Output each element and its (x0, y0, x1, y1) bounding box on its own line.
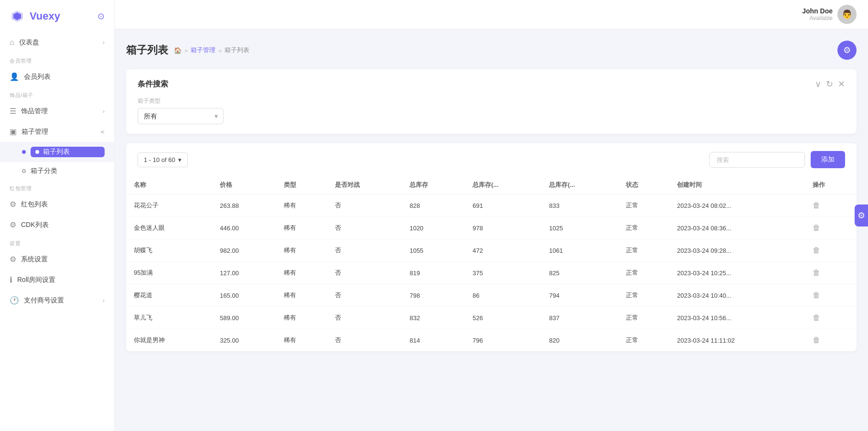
table-cell: 1061 (541, 239, 618, 262)
table-cell: 472 (465, 239, 541, 262)
section-items: 饰品/箱子 (0, 87, 114, 101)
payment-settings-label: 支付商号设置 (24, 296, 64, 305)
content-area: 箱子列表 🏠 » 箱子管理 » 箱子列表 ⚙ 条件搜索 ∨ ↻ ✕ (115, 29, 868, 431)
sidebar-item-member-list[interactable]: 👤 会员列表 (0, 66, 114, 87)
table-cell-action: 🗑 (805, 262, 857, 284)
box-type-select-wrap: 所有稀有普通史诗 (138, 108, 224, 124)
table-cell: 稀有 (276, 284, 328, 307)
redpack-list-label: 红包列表 (21, 200, 48, 209)
table-header-row: 名称价格类型是否对战总库存总库存(...总库存(...状态创建时间操作 (126, 176, 857, 194)
breadcrumb-sep1: » (184, 47, 188, 54)
add-button[interactable]: 添加 (811, 151, 845, 168)
table-toolbar-right: 添加 (709, 151, 845, 168)
sidebar-item-box-category[interactable]: 箱子分类 (0, 162, 114, 180)
sidebar-item-box-list[interactable]: 箱子列表 (0, 142, 114, 162)
section-settings: 设置 (0, 235, 114, 249)
table-cell: 否 (327, 307, 402, 329)
table-row: 胡蝶飞982.00稀有否10554721061正常2023-03-24 09:2… (126, 239, 857, 262)
sidebar-item-payment-settings[interactable]: 🕐 支付商号设置 › (0, 290, 114, 311)
table-cell: 正常 (618, 194, 670, 217)
sidebar-item-jewelry-mgmt[interactable]: ☰ 饰品管理 › (0, 101, 114, 121)
chevron-icon-pay: › (103, 297, 105, 304)
clock-icon: 🕐 (10, 296, 19, 305)
table-cell: 否 (327, 284, 402, 307)
close-icon[interactable]: ✕ (838, 79, 845, 89)
sidebar-item-redpack-list[interactable]: ⚙ 红包列表 (0, 194, 114, 215)
chevron-icon: › (103, 39, 105, 46)
pagination-select[interactable]: 1 - 10 of 60 ▾ (138, 152, 188, 167)
table-cell-action: 🗑 (805, 307, 857, 329)
table-cell-action: 🗑 (805, 217, 857, 239)
breadcrumb-box-mgmt[interactable]: 箱子管理 (191, 46, 215, 54)
table-row: 花花公子263.88稀有否828691833正常2023-03-24 08:02… (126, 194, 857, 217)
refresh-icon[interactable]: ↻ (826, 79, 833, 89)
table-cell: 2023-03-24 08:02... (669, 194, 805, 217)
sidebar-item-roll-settings[interactable]: ℹ Roll房间设置 (0, 269, 114, 290)
card-title: 条件搜索 (138, 79, 168, 89)
delete-icon[interactable]: 🗑 (813, 224, 820, 232)
delete-icon[interactable]: 🗑 (813, 291, 820, 299)
table-row: 樱花道165.00稀有否79886794正常2023-03-24 10:40..… (126, 284, 857, 307)
sidebar-item-cdk-list[interactable]: ⚙ CDK列表 (0, 215, 114, 235)
page-title: 箱子列表 (126, 43, 168, 57)
sidebar-item-box-mgmt[interactable]: ▣ 箱子管理 ∨ (0, 121, 114, 142)
table-cell: 798 (402, 284, 465, 307)
user-text: John Doe Available (802, 7, 833, 22)
table-row: 金色迷人眼446.00稀有否10209781025正常2023-03-24 08… (126, 217, 857, 239)
data-table: 名称价格类型是否对战总库存总库存(...总库存(...状态创建时间操作 花花公子… (126, 176, 857, 351)
delete-icon[interactable]: 🗑 (813, 313, 820, 322)
collapse-icon[interactable]: ∨ (815, 79, 821, 89)
table-header-cell: 状态 (618, 176, 670, 194)
chevron-down-icon: ∨ (99, 129, 106, 134)
table-row: 草儿飞589.00稀有否832526837正常2023-03-24 10:56.… (126, 307, 857, 329)
table-cell: 稀有 (276, 239, 328, 262)
table-header-cell: 类型 (276, 176, 328, 194)
table-cell: 否 (327, 239, 402, 262)
section-redpack: 红包管理 (0, 180, 114, 194)
table-header-cell: 总库存 (402, 176, 465, 194)
delete-icon[interactable]: 🗑 (813, 246, 820, 254)
chevron-icon: › (103, 108, 105, 115)
roll-settings-label: Roll房间设置 (17, 276, 55, 284)
page-settings-button[interactable]: ⚙ (837, 41, 857, 60)
sidebar: Vuexy ⊙ ⌂ 仪表盘 › 会员管理 👤 会员列表 饰品/箱子 ☰ 饰品管理… (0, 0, 115, 431)
table-cell: 2023-03-24 10:40... (669, 284, 805, 307)
table-header-cell: 操作 (805, 176, 857, 194)
table-cell: 2023-03-24 11:11:02 (669, 329, 805, 352)
table-cell: 否 (327, 329, 402, 352)
box-mgmt-label: 箱子管理 (21, 128, 48, 136)
table-cell: 金色迷人眼 (126, 217, 212, 239)
delete-icon[interactable]: 🗑 (813, 201, 820, 209)
table-cell: 263.88 (212, 194, 276, 217)
delete-icon[interactable]: 🗑 (813, 336, 820, 344)
user-name: John Doe (802, 7, 833, 15)
pagination-text: 1 - 10 of 60 (144, 156, 175, 163)
table-cell: 982.00 (212, 239, 276, 262)
box-type-select[interactable]: 所有稀有普通史诗 (138, 108, 224, 124)
search-input[interactable] (709, 152, 805, 168)
table-header-cell: 创建时间 (669, 176, 805, 194)
box-list-label: 箱子列表 (43, 148, 70, 156)
logo: Vuexy ⊙ (0, 0, 114, 32)
avatar: 👨 (837, 5, 857, 24)
table-header-cell: 总库存(... (541, 176, 618, 194)
table-cell: 95加满 (126, 262, 212, 284)
search-card: 条件搜索 ∨ ↻ ✕ 箱子类型 所有稀有普通史诗 (126, 69, 857, 134)
sub-dot-active-icon (35, 150, 39, 154)
sidebar-item-sys-settings[interactable]: ⚙ 系统设置 (0, 249, 114, 269)
sub-dot-icon (22, 150, 26, 154)
chevron-down-icon: ▾ (178, 156, 182, 163)
delete-icon[interactable]: 🗑 (813, 269, 820, 277)
cdk-list-label: CDK列表 (21, 221, 49, 229)
table-cell: 589.00 (212, 307, 276, 329)
table-cell: 165.00 (212, 284, 276, 307)
table-cell: 833 (541, 194, 618, 217)
table-cell: 691 (465, 194, 541, 217)
right-settings-tab[interactable]: ⚙ (855, 205, 868, 226)
table-cell: 837 (541, 307, 618, 329)
table-row: 你就是男神325.00稀有否814796820正常2023-03-24 11:1… (126, 329, 857, 352)
table-cell-action: 🗑 (805, 329, 857, 352)
sidebar-item-dashboard[interactable]: ⌂ 仪表盘 › (0, 32, 114, 53)
table-cell: 否 (327, 194, 402, 217)
home-breadcrumb-icon[interactable]: 🏠 (174, 47, 182, 54)
